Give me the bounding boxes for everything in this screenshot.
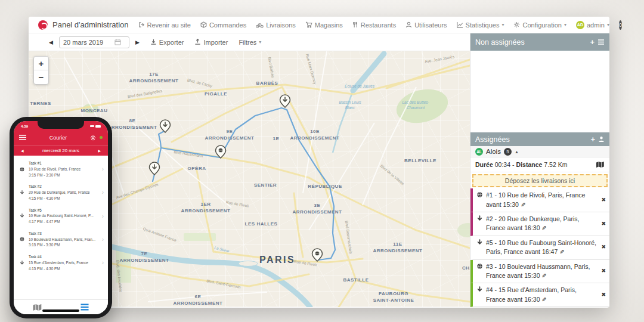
map-tab-icon[interactable] — [32, 304, 42, 311]
back-to-site-link[interactable]: Revenir au site — [138, 21, 191, 29]
brand[interactable]: Panel d'administration — [38, 20, 129, 30]
edit-icon[interactable]: ✎ — [541, 296, 546, 305]
dropoff-icon — [476, 215, 483, 222]
nav-item-commandes[interactable]: Commandes — [200, 21, 246, 29]
remove-icon[interactable]: ✖ — [601, 267, 606, 275]
chevron-down-icon: ▾ — [501, 22, 504, 27]
delivery-item[interactable]: #1 - 10 Rue de Rivoli, Paris, France ava… — [470, 188, 609, 212]
remove-icon[interactable]: ✖ — [601, 196, 606, 204]
phone-task-list: Task #110 Rue de Rivoli, Paris, France3:… — [14, 156, 108, 299]
dropoff-icon — [476, 239, 483, 246]
chevron-right-icon: › — [102, 259, 104, 266]
show-on-map-button[interactable] — [596, 161, 605, 168]
import-button[interactable]: Importer — [194, 39, 228, 46]
delivery-item[interactable]: #3 - 10 Boulevard Haussmann, Paris, Fran… — [470, 260, 609, 284]
notification-badge[interactable]: 0 — [619, 20, 622, 30]
remove-icon[interactable]: ✖ — [601, 244, 606, 252]
task-row[interactable]: Task #415 Rue d'Amsterdam, Paris, France… — [14, 251, 108, 274]
exit-icon — [138, 21, 145, 28]
nav-item-utilisateurs[interactable]: Utilisateurs — [405, 21, 447, 29]
delivery-item[interactable]: #4 - 15 Rue d'Amsterdam, Paris, France a… — [470, 283, 609, 307]
utensils-icon — [352, 21, 358, 28]
next-day-button[interactable]: ▶ — [135, 39, 140, 45]
hamburger-menu-icon[interactable] — [19, 135, 26, 140]
zoom-out-button[interactable]: − — [34, 70, 48, 84]
home-indicator — [42, 309, 79, 312]
upload-icon — [194, 39, 201, 45]
next-day-button[interactable]: ▶ — [98, 148, 101, 153]
gear-icon — [513, 21, 520, 28]
navbar: Panel d'administration Revenir au site C… — [29, 17, 609, 33]
status-icons — [90, 125, 101, 128]
unassigned-list-empty — [470, 51, 609, 132]
filters-button[interactable]: Filtres ▾ — [239, 39, 261, 46]
nav-item-configuration[interactable]: Configuration ▾ — [513, 21, 566, 29]
nav-item-magasins[interactable]: Magasins — [305, 21, 343, 29]
remove-icon[interactable]: ✖ — [601, 220, 606, 228]
app-bar-title: Courier — [30, 135, 86, 141]
map-pin-dropoff[interactable] — [280, 95, 290, 107]
edit-icon[interactable]: ✎ — [541, 224, 546, 233]
remove-icon[interactable]: ✖ — [601, 291, 606, 299]
delivery-item[interactable]: #2 - 20 Rue de Dunkerque, Paris, France … — [470, 212, 609, 236]
pickup-icon — [476, 263, 483, 270]
phone-app-bar: Courier — [14, 130, 108, 145]
prev-day-button[interactable]: ◀ — [49, 39, 53, 45]
chart-icon — [457, 21, 463, 28]
bike-icon — [256, 21, 264, 28]
status-time: 4:39 — [21, 125, 28, 128]
nav-item-restaurants[interactable]: Restaurants — [352, 21, 396, 29]
phone-notch — [38, 121, 84, 129]
dropoff-icon — [19, 190, 25, 195]
task-row[interactable]: Task #310 Boulevard Haussmann, Paris, Fr… — [14, 228, 108, 251]
delivery-dropzone[interactable]: Déposez les livraisons ici — [472, 174, 608, 187]
chevron-right-icon: › — [102, 213, 104, 219]
edit-icon[interactable]: ✎ — [541, 272, 546, 281]
chevron-right-icon: › — [102, 189, 104, 196]
task-row[interactable]: Task #510 Rue du Faubourg Saint-Honoré, … — [14, 205, 108, 228]
prev-day-button[interactable]: ◀ — [21, 148, 24, 153]
zoom-in-button[interactable]: + — [34, 57, 48, 70]
collapse-icon[interactable]: ▲ — [515, 150, 519, 154]
pickup-icon — [476, 191, 483, 198]
courier-row[interactable]: AL Alois 5 ▲ — [470, 146, 609, 157]
dropoff-icon — [19, 213, 25, 218]
dropoff-icon — [476, 286, 483, 293]
avatar: AD — [576, 21, 584, 29]
online-status-dot — [100, 136, 103, 139]
cart-icon — [305, 21, 312, 28]
delivery-item[interactable]: #5 - 10 Rue du Faubourg Saint-Honoré, Pa… — [470, 236, 609, 260]
add-delivery-icon[interactable]: + — [590, 38, 595, 46]
user-menu[interactable]: AD admin ▾ — [576, 21, 609, 29]
map-zoom-control: + − — [33, 56, 49, 85]
edit-icon[interactable]: ✎ — [521, 201, 525, 210]
download-icon — [150, 39, 157, 45]
unassigned-panel-header: Non assignées + — [470, 33, 609, 51]
edit-icon[interactable]: ✎ — [559, 248, 564, 257]
coopcycle-logo-icon — [38, 20, 48, 30]
user-icon — [405, 21, 412, 28]
date-input[interactable] — [63, 39, 111, 46]
user-icon[interactable] — [598, 136, 605, 143]
gear-icon[interactable] — [90, 135, 96, 141]
chevron-down-icon: ▾ — [607, 22, 609, 27]
route-summary: Durée 00:34 - Distance 7.52 Km — [470, 157, 609, 172]
nav-item-statistiques[interactable]: Statistiques ▾ — [457, 21, 504, 29]
chevron-right-icon: › — [102, 236, 104, 243]
list-tab-icon[interactable] — [80, 304, 89, 311]
wifi-icon — [90, 125, 94, 127]
task-row[interactable]: Task #110 Rue de Rivoli, Paris, France3:… — [14, 157, 108, 181]
add-courier-icon[interactable]: + — [590, 135, 595, 143]
list-icon[interactable] — [597, 39, 605, 45]
deliveries-sidebar: Non assignées + Assignées + AL Alois 5 ▲ — [470, 33, 609, 307]
pickup-icon — [19, 167, 25, 172]
date-picker[interactable] — [59, 36, 129, 48]
map-pin-dropoff[interactable] — [160, 120, 171, 132]
nav-item-livraisons[interactable]: Livraisons — [256, 21, 296, 29]
chevron-down-icon: ▾ — [259, 39, 261, 45]
task-row[interactable]: Task #220 Rue de Dunkerque, Paris, Franc… — [14, 181, 108, 204]
export-button[interactable]: Exporter — [150, 39, 184, 46]
phone-tab-bar — [14, 299, 108, 314]
phone-date-label: mercredi 20 mars — [42, 148, 79, 153]
map-pin-dropoff[interactable] — [150, 162, 160, 175]
